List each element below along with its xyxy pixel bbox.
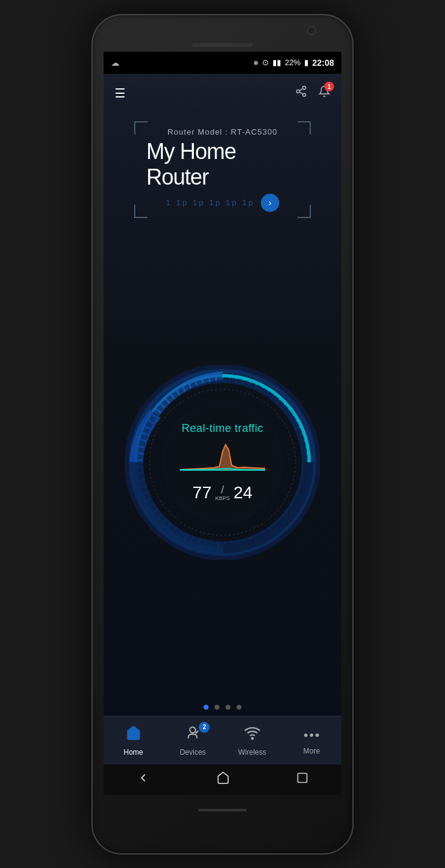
battery-icon: ▮ <box>304 58 308 67</box>
traffic-label: Real-time traffic <box>182 422 263 435</box>
router-ip: 1 1p 1p 1p 1p 1p <box>166 198 255 207</box>
share-button[interactable] <box>295 85 307 101</box>
svg-point-16 <box>304 733 308 737</box>
app-content: Router Model : RT-AC5300 My Home Router … <box>104 113 341 716</box>
battery-percent: 22% <box>285 58 301 67</box>
bracket-tr <box>297 121 311 135</box>
router-ip-row: 1 1p 1p 1p 1p 1p › <box>166 194 279 212</box>
wireless-nav-icon <box>244 724 261 746</box>
home-button[interactable] <box>216 771 230 788</box>
router-model: Router Model : RT-AC5300 <box>168 127 278 136</box>
traffic-numbers: 77 / KBPS 24 <box>193 483 252 503</box>
svg-line-4 <box>299 88 303 90</box>
bottom-nav: Home 2 Devices <box>104 716 341 764</box>
cloud-icon: ☁ <box>111 58 119 68</box>
hamburger-button[interactable]: ☰ <box>115 86 126 101</box>
home-nav-label: Home <box>124 748 143 757</box>
svg-point-18 <box>316 733 319 737</box>
home-nav-icon <box>125 724 142 746</box>
notification-badge: 1 <box>324 82 334 91</box>
phone-bottom <box>198 795 247 825</box>
router-bracket: Router Model : RT-AC5300 My Home Router … <box>134 121 311 218</box>
bracket-tl <box>134 121 148 135</box>
devices-badge: 2 <box>199 722 210 733</box>
download-value: 24 <box>233 483 252 503</box>
status-bar: ☁ ⎈ ⊙ ▮▮ 22% ▮ 22:08 <box>104 52 341 74</box>
wireless-nav-label: Wireless <box>238 748 266 757</box>
svg-point-14 <box>190 727 196 732</box>
phone-camera <box>307 26 316 35</box>
recents-button[interactable] <box>296 772 308 787</box>
next-button[interactable]: › <box>261 194 279 212</box>
phone-top <box>93 15 352 52</box>
svg-point-17 <box>310 733 313 737</box>
svg-rect-19 <box>297 774 307 783</box>
svg-point-0 <box>303 86 306 90</box>
nav-home[interactable]: Home <box>109 724 158 757</box>
system-nav <box>104 764 341 795</box>
app-header: ☰ 1 <box>104 74 341 113</box>
svg-point-15 <box>252 738 253 739</box>
back-button[interactable] <box>137 771 150 788</box>
clock: 22:08 <box>312 58 334 68</box>
dot-1[interactable] <box>204 705 208 710</box>
dot-4[interactable] <box>237 705 241 710</box>
svg-point-2 <box>303 93 306 96</box>
devices-nav-label: Devices <box>180 748 206 757</box>
router-name: My Home Router <box>146 139 299 190</box>
svg-line-3 <box>299 92 303 94</box>
gauge-center: Real-time traffic <box>162 401 283 523</box>
wifi-status-icon: ⊙ <box>262 58 269 67</box>
more-nav-label: More <box>304 747 320 755</box>
traffic-chart-svg <box>174 440 271 479</box>
router-section: Router Model : RT-AC5300 My Home Router … <box>104 113 341 223</box>
header-right: 1 <box>295 85 330 101</box>
phone-screen: ☁ ⎈ ⊙ ▮▮ 22% ▮ 22:08 ☰ <box>104 52 341 795</box>
nav-more[interactable]: More <box>287 725 336 755</box>
bracket-br <box>297 205 311 218</box>
traffic-unit: / KBPS <box>215 484 230 501</box>
pagination-dots <box>204 705 241 710</box>
phone-speaker <box>192 43 253 47</box>
svg-marker-12 <box>180 445 265 470</box>
status-left: ☁ <box>111 58 119 68</box>
traffic-unit-label: KBPS <box>215 495 230 501</box>
more-nav-icon <box>303 725 320 744</box>
nav-devices[interactable]: 2 Devices <box>168 724 217 757</box>
nav-wireless[interactable]: Wireless <box>228 724 277 757</box>
phone-device: ☁ ⎈ ⊙ ▮▮ 22% ▮ 22:08 ☰ <box>91 14 354 855</box>
bluetooth-icon: ⎈ <box>254 58 258 67</box>
notification-bell[interactable]: 1 <box>318 85 330 101</box>
svg-point-1 <box>297 90 300 93</box>
dot-2[interactable] <box>215 705 219 710</box>
signal-icon: ▮▮ <box>272 58 281 67</box>
traffic-gauge: Real-time traffic <box>125 365 320 560</box>
dot-3[interactable] <box>226 705 230 710</box>
bracket-bl <box>134 205 148 218</box>
status-right: ⎈ ⊙ ▮▮ 22% ▮ 22:08 <box>254 58 334 68</box>
upload-value: 77 <box>193 483 212 503</box>
gauge-section: Real-time traffic <box>104 229 341 696</box>
